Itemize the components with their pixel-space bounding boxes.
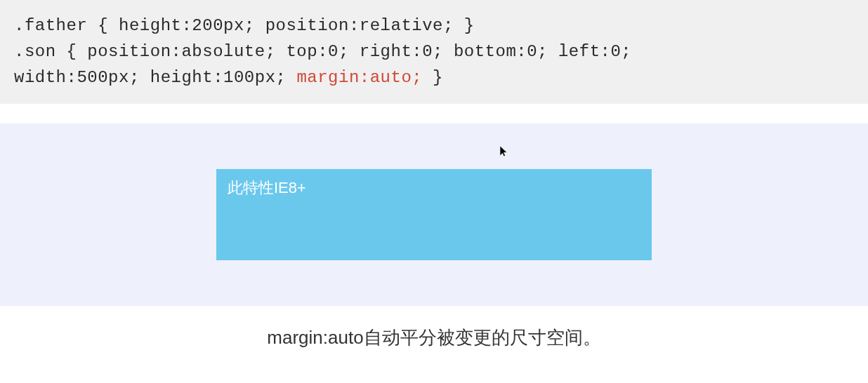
cursor-icon (500, 146, 508, 159)
son-box: 此特性IE8+ (216, 169, 652, 260)
code-line-3-part1: width:500px; height:100px; (14, 68, 296, 87)
father-container: 此特性IE8+ (0, 123, 868, 306)
code-block: .father { height:200px; position:relativ… (0, 0, 868, 104)
code-line-3: width:500px; height:100px; margin:auto; … (14, 65, 854, 90)
code-line-3-part3: } (422, 68, 443, 87)
code-highlight-margin-auto: margin:auto; (296, 68, 422, 87)
code-line-1: .father { height:200px; position:relativ… (14, 13, 854, 39)
caption-text: margin:auto自动平分被变更的尺寸空间。 (0, 325, 868, 350)
demo-wrapper: 此特性IE8+ (0, 123, 868, 306)
son-text: 此特性IE8+ (228, 179, 306, 196)
code-line-2: .son { position:absolute; top:0; right:0… (14, 39, 854, 65)
